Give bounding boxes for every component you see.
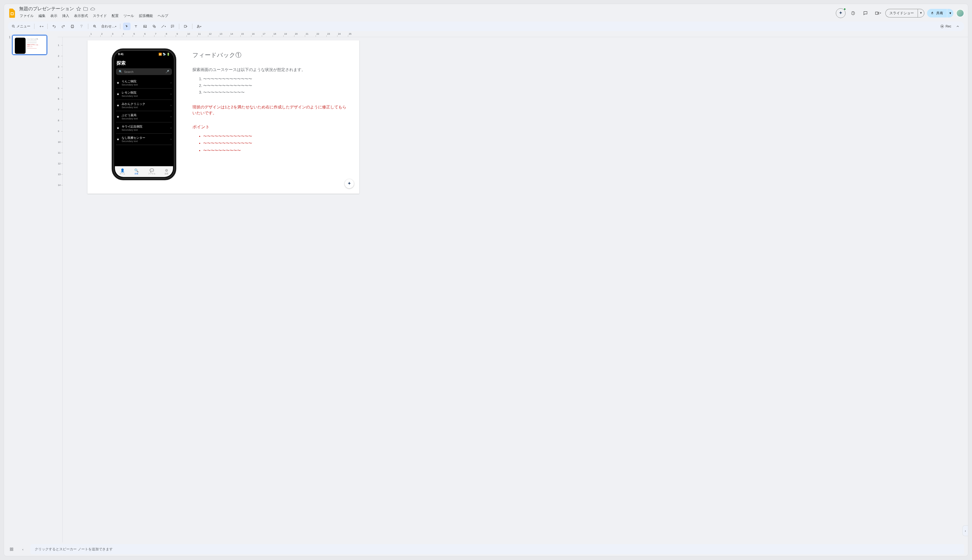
tab-home: 👤ホーム bbox=[120, 168, 125, 175]
phone-tabbar: 👤ホーム 🔍探索 💬ファイル ⚙設定 bbox=[115, 166, 173, 177]
phone-search: 🔍 Search 🎤 bbox=[116, 68, 172, 75]
zoom-out-icon[interactable] bbox=[91, 23, 99, 30]
slide-title: フィードバック① bbox=[192, 51, 349, 59]
thumb-title: フィードバック① bbox=[27, 38, 44, 40]
cloud-status-icon[interactable] bbox=[90, 7, 95, 11]
star-icon: ★ bbox=[117, 137, 120, 141]
list-item: ★りんご病院Secondary text› bbox=[116, 77, 172, 88]
menu-format[interactable]: 表示形式 bbox=[73, 13, 89, 19]
textbox-tool[interactable] bbox=[132, 23, 140, 30]
svg-rect-12 bbox=[12, 550, 13, 551]
slideshow-dropdown[interactable]: ▾ bbox=[918, 9, 924, 17]
select-tool[interactable] bbox=[123, 23, 130, 30]
svg-rect-9 bbox=[10, 548, 11, 549]
redo-button[interactable] bbox=[60, 23, 67, 30]
zoom-fit-label: 合わせ… bbox=[101, 24, 115, 29]
list-item: 〜〜〜〜〜〜〜〜〜〜〜〜〜 bbox=[203, 133, 349, 140]
chevron-right-icon: › bbox=[170, 93, 171, 95]
grid-view-button[interactable] bbox=[8, 545, 15, 553]
slide-points-list: 〜〜〜〜〜〜〜〜〜〜〜〜〜〜〜〜〜〜〜〜〜〜〜〜〜〜〜〜〜〜〜〜〜〜〜〜 bbox=[203, 133, 349, 154]
shape-tool[interactable] bbox=[150, 23, 158, 30]
list-item: ★みかんクリニックSecondary text› bbox=[116, 100, 172, 111]
slides-logo[interactable] bbox=[8, 8, 17, 19]
document-title[interactable]: 無題のプレゼンテーション bbox=[19, 6, 74, 12]
phone-status-icons: 📶 📡 🔋 bbox=[159, 53, 170, 56]
gemini-button[interactable] bbox=[836, 8, 845, 18]
account-avatar[interactable] bbox=[956, 9, 964, 17]
transition-button[interactable] bbox=[182, 23, 189, 30]
record-button[interactable]: Rec bbox=[940, 25, 951, 28]
share-label: 共有 bbox=[936, 11, 943, 16]
list-item: 〜〜〜〜〜〜〜〜〜〜〜〜〜 bbox=[203, 82, 349, 89]
list-item: 〜〜〜〜〜〜〜〜〜〜〜〜〜 bbox=[203, 140, 349, 147]
app-window: 無題のプレゼンテーション ファイル 編集 表示 挿入 表示形式 スライド 配置 … bbox=[4, 4, 968, 556]
comment-tool[interactable] bbox=[169, 23, 176, 30]
slide-body[interactable]: フィードバック① 探索画面のユースケースは以下のような状況が想定されます。 〜〜… bbox=[192, 51, 349, 154]
input-lang-label: あ bbox=[197, 24, 200, 29]
bottom-bar: ‹ クリックするとスピーカー ノートを追加できます bbox=[4, 543, 968, 556]
workspace: 1 フィードバック① 〜〜〜〜〜〜〜 〜〜〜〜〜〜〜 現状のデザインは… ポイン… bbox=[4, 32, 968, 543]
meet-button[interactable]: ▾ bbox=[873, 8, 883, 18]
menu-bar: ファイル 編集 表示 挿入 表示形式 スライド 配置 ツール 拡張機能 ヘルプ bbox=[19, 12, 833, 20]
menu-insert[interactable]: 挿入 bbox=[62, 13, 70, 19]
slide-red-paragraph: 現状のデザインは1と2を満たせないため右に作成したデザインのように修正してもらい… bbox=[192, 104, 349, 116]
prev-button[interactable]: ‹ bbox=[19, 545, 27, 553]
chevron-right-icon: › bbox=[170, 115, 171, 118]
menu-search-label: メニュー bbox=[17, 24, 30, 29]
slideshow-button[interactable]: スライドショー bbox=[885, 9, 918, 17]
thumb-red: 現状のデザインは… bbox=[27, 44, 44, 46]
gemini-fab[interactable] bbox=[345, 179, 354, 188]
slide-intro: 探索画面のユースケースは以下のような状況が想定されます。 bbox=[192, 67, 349, 72]
slide-thumbnail-1[interactable]: フィードバック① 〜〜〜〜〜〜〜 〜〜〜〜〜〜〜 現状のデザインは… ポイント … bbox=[12, 35, 47, 55]
chevron-right-icon: › bbox=[170, 127, 171, 129]
menu-file[interactable]: ファイル bbox=[19, 13, 34, 19]
comments-icon[interactable] bbox=[860, 8, 870, 18]
list-item: ★ぶどう薬局Secondary text› bbox=[116, 111, 172, 122]
toolbar: メニュー ＋▾ 合わせ…▾ ▾ あ▾ Rec bbox=[8, 22, 964, 31]
menu-help[interactable]: ヘルプ bbox=[157, 13, 169, 19]
speaker-notes[interactable]: クリックするとスピーカー ノートを追加できます bbox=[30, 544, 964, 554]
star-icon: ★ bbox=[117, 81, 120, 85]
mic-icon: 🎤 bbox=[165, 70, 169, 73]
menu-arrange[interactable]: 配置 bbox=[111, 13, 119, 19]
zoom-fit-dropdown[interactable]: 合わせ…▾ bbox=[100, 23, 117, 30]
new-slide-button[interactable]: ＋▾ bbox=[37, 23, 45, 30]
list-item: ★キウイ記念病院Secondary text› bbox=[116, 122, 172, 134]
star-icon[interactable] bbox=[76, 7, 81, 11]
move-folder-icon[interactable] bbox=[83, 7, 88, 11]
canvas[interactable]: 1234567891011121314151617181920212223242… bbox=[58, 32, 968, 543]
print-button[interactable] bbox=[68, 23, 76, 30]
share-dropdown[interactable]: ▾ bbox=[947, 9, 954, 17]
input-method-button[interactable]: あ▾ bbox=[195, 23, 203, 30]
menu-edit[interactable]: 編集 bbox=[38, 13, 46, 19]
ruler-vertical: 1234567891011121314 bbox=[58, 37, 63, 543]
slide-points-heading: ポイント bbox=[192, 124, 349, 130]
phone-mockup: 9:41 📶 📡 🔋 探索 🔍 Search 🎤 ★りんご病院Secondary… bbox=[112, 48, 176, 180]
tab-settings: ⚙設定 bbox=[165, 168, 169, 175]
svg-point-8 bbox=[941, 26, 943, 27]
menu-extensions[interactable]: 拡張機能 bbox=[138, 13, 154, 19]
history-icon[interactable] bbox=[848, 8, 858, 18]
thumb-number: 1 bbox=[8, 35, 10, 55]
menu-slide[interactable]: スライド bbox=[92, 13, 107, 19]
ruler-horizontal: 1234567891011121314151617181920212223242… bbox=[58, 32, 968, 37]
side-panel-toggle[interactable]: ‹ bbox=[962, 525, 968, 536]
undo-button[interactable] bbox=[50, 23, 58, 30]
search-menus-button[interactable]: メニュー bbox=[10, 23, 32, 30]
search-icon: 🔍 bbox=[119, 70, 122, 73]
star-icon: ★ bbox=[117, 92, 120, 96]
menu-tools[interactable]: ツール bbox=[123, 13, 135, 19]
tab-search: 🔍探索 bbox=[134, 168, 139, 175]
menu-view[interactable]: 表示 bbox=[50, 13, 58, 19]
line-tool[interactable]: ▾ bbox=[160, 23, 167, 30]
svg-rect-6 bbox=[184, 25, 186, 27]
slide-1[interactable]: 9:41 📶 📡 🔋 探索 🔍 Search 🎤 ★りんご病院Secondary… bbox=[87, 40, 359, 194]
image-tool[interactable] bbox=[141, 23, 149, 30]
share-button[interactable]: 共有 bbox=[927, 9, 947, 17]
list-item: 〜〜〜〜〜〜〜〜〜〜〜 bbox=[203, 89, 349, 96]
svg-point-0 bbox=[12, 25, 14, 27]
thumb-line: 〜〜〜〜〜〜〜 bbox=[27, 40, 44, 42]
titlebar: 無題のプレゼンテーション ファイル 編集 表示 挿入 表示形式 スライド 配置 … bbox=[4, 4, 968, 20]
collapse-toolbar-button[interactable] bbox=[954, 23, 962, 30]
paint-format-button[interactable] bbox=[78, 23, 85, 30]
